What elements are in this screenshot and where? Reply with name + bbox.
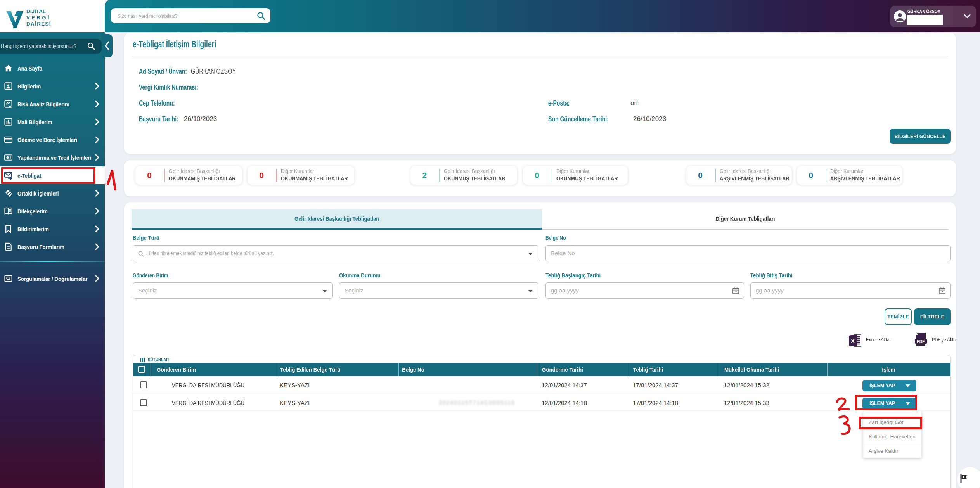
svg-text:!: ! bbox=[10, 105, 10, 107]
svg-text:X: X bbox=[851, 337, 855, 344]
svg-text:PDF: PDF bbox=[917, 339, 925, 344]
